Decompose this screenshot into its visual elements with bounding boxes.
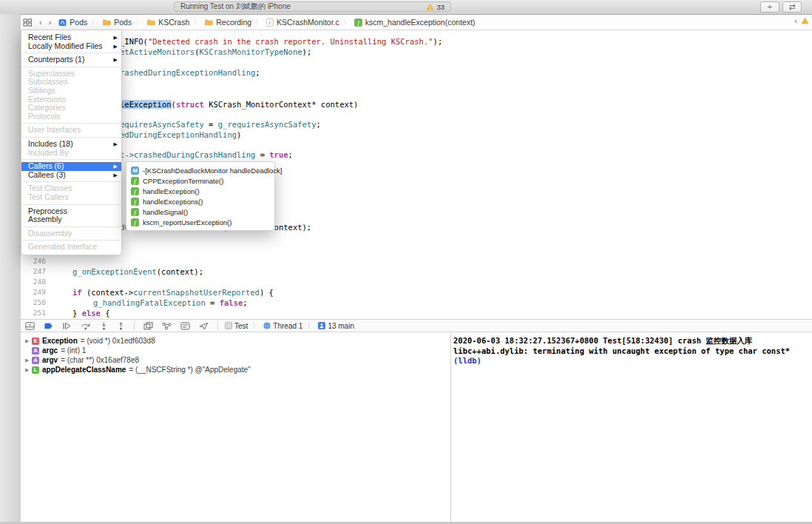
breadcrumb-label: KSCrashMonitor.c: [277, 18, 339, 27]
hide-debug-icon: [25, 322, 35, 330]
breadcrumb-item-kscrash[interactable]: KSCrash: [146, 18, 189, 27]
code-line: rashedDuringExceptionHandling;: [120, 68, 260, 78]
variables-view: ▶EException= (void *) 0x1edf603d8Aargc= …: [21, 333, 450, 522]
breadcrumb-item-recording[interactable]: Recording: [204, 18, 251, 27]
menu-separator: [22, 159, 121, 160]
debug-crumb-separator: 〉: [252, 321, 259, 331]
jumpbar-issue-nav[interactable]: ‹: [794, 16, 809, 25]
code-line: etActiveMonitors(KSCrashMonitorTypeNone)…: [120, 47, 311, 57]
breadcrumb-item-kscrashmonitor-c[interactable]: cKSCrashMonitor.c: [266, 18, 339, 27]
related-items-button[interactable]: [23, 19, 33, 27]
submenu-item-kscrashdeadlockmonitor-handledeadlock[interactable]: M-[KSCrashDeadlockMonitor handleDeadlock…: [126, 165, 274, 175]
breadcrumb-label: KSCrash: [158, 18, 189, 27]
submenu-item-handleexceptions[interactable]: fhandleExceptions(): [126, 196, 274, 206]
breadcrumb-label: kscm_handleException(context): [365, 18, 476, 27]
debug-bar: Test〉Thread 1〉13 main: [21, 319, 812, 332]
variable-row-appdelegateclassname[interactable]: ▶LappDelegateClassName= (__NSCFString *)…: [25, 365, 450, 374]
debug-crumb-thread-1[interactable]: Thread 1: [263, 322, 302, 330]
menu-item-callers-6-[interactable]: Callers (6)▶: [21, 162, 121, 171]
variable-value: = (int) 1: [61, 346, 86, 355]
menu-item-assembly[interactable]: Assembly: [21, 215, 121, 224]
back-button[interactable]: ‹: [39, 18, 42, 27]
menu-separator: [22, 204, 121, 205]
debug-console[interactable]: 2020-06-03 18:32:27.152367+0800 Test[518…: [450, 333, 812, 522]
issue-back-chevron[interactable]: ‹: [794, 16, 797, 25]
code-token: false: [220, 298, 243, 307]
code-token: ;: [288, 150, 293, 159]
submenu-item-handleexception[interactable]: fhandleException(): [126, 186, 274, 196]
code-token: g_requiresAsyncSafety: [218, 120, 317, 129]
location-icon: [199, 322, 209, 330]
memory-graph-button[interactable]: [162, 322, 172, 330]
line-number: 251: [22, 309, 46, 317]
menu-separator: [22, 123, 121, 124]
menu-item-recent-files[interactable]: Recent Files▶: [21, 33, 121, 42]
function-icon: f: [131, 198, 139, 206]
disclosure-triangle-icon[interactable]: ▶: [25, 367, 32, 373]
step-over-button[interactable]: [81, 322, 91, 330]
submenu-item-kscm-reportuserexception[interactable]: fkscm_reportUserException(): [126, 217, 274, 227]
hide-debug-button[interactable]: [25, 322, 35, 330]
code-token: equiresAsyncSafety: [120, 120, 204, 129]
variable-value: = (void *) 0x1edf603d8: [81, 337, 155, 345]
step-out-button[interactable]: [117, 322, 125, 330]
disclosure-triangle-icon[interactable]: ▶: [25, 338, 32, 344]
location-button[interactable]: [199, 322, 209, 330]
line-number: 248: [22, 278, 46, 286]
submenu-arrow-icon: ▶: [114, 140, 118, 149]
variable-name: Exception: [42, 337, 78, 345]
variable-row-argv[interactable]: ▶Aargv= (char **) 0x16aef78e8: [25, 355, 450, 365]
code-token: );: [433, 37, 443, 46]
menu-item-callees-3-[interactable]: Callees (3)▶: [21, 171, 121, 180]
related-items-menu: Recent Files▶Locally Modified Files▶Coun…: [21, 30, 122, 255]
warning-icon: [426, 3, 434, 10]
debug-crumb-label: 13 main: [328, 322, 354, 330]
code-line: equiresAsyncSafety = g_requiresAsyncSafe…: [120, 120, 321, 130]
code-token: =: [206, 298, 220, 307]
submenu-item-label: handleSignal(): [143, 208, 188, 216]
code-token: t->crashedDuringCrashHandling: [120, 150, 255, 159]
breadcrumb-item-pods[interactable]: Pods: [102, 18, 132, 27]
debug-crumb-test[interactable]: Test: [225, 322, 248, 330]
menu-separator: [22, 53, 121, 53]
step-into-icon: [100, 322, 108, 330]
function-icon: f: [131, 218, 139, 226]
disclosure-triangle-icon[interactable]: ▶: [25, 357, 32, 363]
menu-item-locally-modified-files[interactable]: Locally Modified Files▶: [21, 42, 121, 51]
environment-icon: [180, 322, 190, 330]
debugbar-separator: [217, 321, 218, 330]
menu-item-test-callers: Test Callers: [21, 193, 121, 202]
variable-row-exception[interactable]: ▶EException= (void *) 0x1edf603d8: [25, 336, 450, 346]
menu-item-counterparts-1-[interactable]: Counterparts (1)▶: [21, 56, 121, 64]
warning-badge[interactable]: 33: [426, 3, 444, 11]
debug-crumb-13-main[interactable]: 13 main: [318, 322, 354, 330]
function-icon: f: [131, 208, 139, 216]
step-into-button[interactable]: [100, 322, 108, 330]
breakpoints-icon: [44, 322, 53, 330]
forward-button[interactable]: ›: [49, 18, 52, 27]
menu-item-includes-18-[interactable]: Includes (18)▶: [21, 140, 121, 149]
submenu-item-handlesignal[interactable]: fhandleSignal(): [126, 206, 274, 217]
menu-item-disassembly: Disassembly: [21, 229, 121, 238]
variable-row-argc[interactable]: Aargc= (int) 1: [25, 346, 450, 355]
folder-icon: [102, 19, 111, 26]
submenu-item-cppexceptionterminate[interactable]: fCPPExceptionTerminate(): [126, 175, 274, 186]
menu-item-included-by: Included By: [21, 149, 121, 158]
swap-editor-button[interactable]: ⇄: [782, 1, 802, 13]
continue-button[interactable]: [62, 322, 72, 330]
view-hierarchy-button[interactable]: [143, 322, 153, 330]
add-editor-button[interactable]: +: [760, 1, 779, 13]
debugbar-separator: [134, 321, 135, 330]
variable-type-icon: L: [32, 366, 39, 374]
breadcrumb-item-kscm-handleexception-context-[interactable]: fkscm_handleException(context): [354, 18, 476, 27]
code-line: leException(struct KSCrash_MonitorContex…: [120, 100, 358, 110]
console-log-line: 2020-06-03 18:32:27.152367+0800 Test[518…: [453, 336, 812, 346]
environment-button[interactable]: [180, 322, 190, 330]
menu-separator: [22, 67, 121, 67]
breadcrumb-item-pods[interactable]: Pods: [58, 18, 87, 27]
breakpoints-button[interactable]: [44, 322, 53, 330]
line-number: 246: [22, 257, 46, 265]
activity-viewer: Running Test on 刘斌鹏的 iPhone 33: [174, 1, 451, 12]
breadcrumb-separator: 〉: [193, 17, 200, 27]
code-token: ): [237, 130, 241, 139]
